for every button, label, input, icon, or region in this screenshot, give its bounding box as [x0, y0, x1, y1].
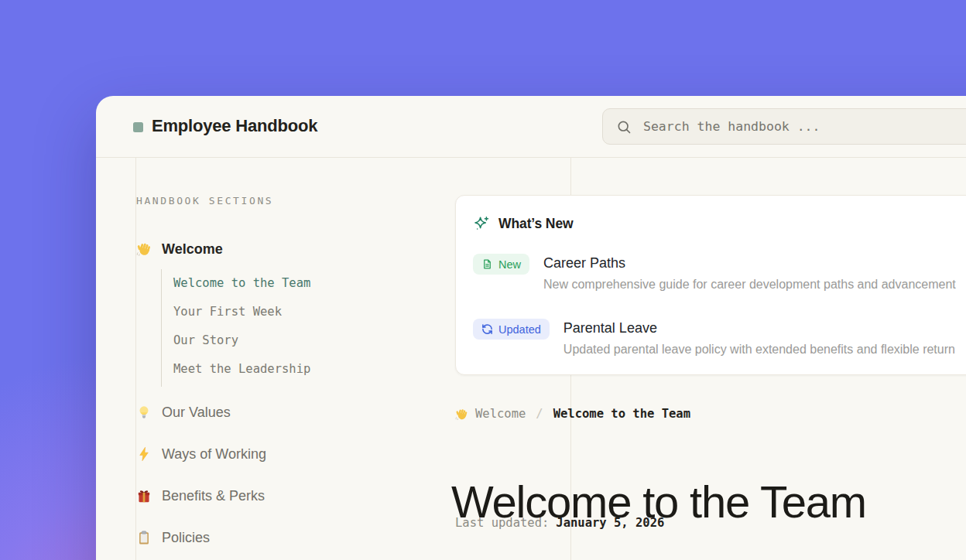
sidebar-sections: Our Values Ways of Working Benefits & Pe…	[136, 402, 266, 548]
whats-new-item-parental-leave[interactable]: Updated Parental Leave Updated parental …	[473, 319, 966, 357]
document-icon	[481, 258, 493, 270]
whats-new-item-career-paths[interactable]: New Career Paths New comprehensive guide…	[473, 254, 966, 292]
lightning-icon	[136, 446, 152, 462]
sidebar-item-label: Ways of Working	[162, 446, 266, 463]
sidebar-item-our-values[interactable]: Our Values	[136, 402, 266, 422]
whats-new-card: What’s New New Career Paths New comprehe…	[455, 195, 966, 375]
search-box[interactable]	[602, 108, 966, 145]
refresh-icon	[481, 323, 493, 335]
whats-new-title: What’s New	[498, 216, 574, 232]
sidebar-item-label: Welcome	[162, 241, 223, 258]
sidebar-item-label: Benefits & Perks	[162, 488, 265, 504]
wave-icon	[136, 241, 152, 257]
handbook-window: Employee Handbook HANDBOOK SECTIONS Welc…	[96, 96, 966, 560]
whats-new-item-title: Career Paths	[543, 255, 956, 271]
desktop-background: { "header": { "title": "Employee Handboo…	[0, 0, 966, 560]
sidebar-subitem-welcome-to-the-team[interactable]: Welcome to the Team	[173, 275, 310, 292]
search-icon	[616, 119, 632, 135]
breadcrumb-section[interactable]: Welcome	[475, 407, 526, 421]
sidebar-item-welcome[interactable]: Welcome	[136, 239, 223, 259]
sidebar-subitem-our-story[interactable]: Our Story	[173, 332, 310, 349]
sidebar-item-ways-of-working[interactable]: Ways of Working	[136, 444, 266, 464]
sidebar-subitem-meet-the-leadership[interactable]: Meet the Leadership	[173, 360, 310, 377]
last-updated-label: Last updated:	[455, 516, 549, 530]
app-header: Employee Handbook	[96, 96, 966, 158]
whats-new-item-description: New comprehensive guide for career devel…	[543, 277, 956, 292]
sidebar-item-label: Policies	[162, 530, 210, 546]
clipboard-icon	[136, 530, 152, 545]
app-title: Employee Handbook	[152, 116, 317, 136]
lightbulb-icon	[136, 405, 152, 420]
sidebar-heading: HANDBOOK SECTIONS	[136, 195, 273, 207]
search-input[interactable]	[642, 118, 966, 135]
sidebar-subnav: Welcome to the Team Your First Week Our …	[173, 275, 310, 377]
gift-icon	[136, 488, 152, 504]
sidebar-item-label: Our Values	[162, 405, 231, 421]
whats-new-item-title: Parental Leave	[564, 320, 955, 336]
last-updated: Last updated:January 5, 2026	[455, 516, 664, 530]
app-logo	[133, 122, 143, 132]
sidebar-item-benefits-perks[interactable]: Benefits & Perks	[136, 486, 266, 506]
subnav-indent-guide	[161, 269, 162, 387]
updated-badge: Updated	[473, 319, 550, 340]
new-badge: New	[473, 254, 529, 275]
last-updated-value: January 5, 2026	[556, 516, 664, 530]
whats-new-item-description: Updated parental leave policy with exten…	[564, 342, 955, 357]
breadcrumb-current-page: Welcome to the Team	[553, 407, 690, 421]
sidebar-subitem-your-first-week[interactable]: Your First Week	[173, 303, 310, 320]
wave-icon	[455, 408, 468, 421]
breadcrumb-separator: /	[536, 407, 543, 421]
sparkle-icon	[473, 215, 490, 232]
sidebar-item-policies[interactable]: Policies	[136, 528, 266, 548]
breadcrumb: Welcome / Welcome to the Team	[455, 407, 690, 421]
